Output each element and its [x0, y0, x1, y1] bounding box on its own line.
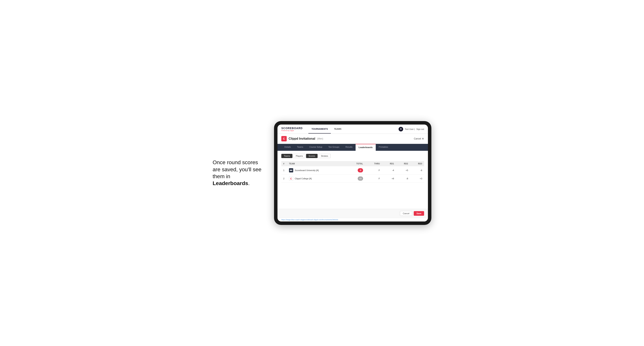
tablet-screen: SCOREBOARD Powered by clippd TOURNAMENTS… [278, 125, 428, 221]
subtab-players[interactable]: Players [293, 154, 305, 158]
modal-footer: Cancel Save [278, 209, 428, 218]
close-icon: ✕ [422, 137, 424, 140]
col-rd1: RD1 [382, 161, 396, 166]
team-cell: C Clippd College [A] [287, 174, 346, 183]
empty-space [278, 186, 428, 209]
tournament-name: Clippd Invitational [288, 137, 315, 141]
tab-leaderboards[interactable]: Leaderboards [356, 144, 376, 151]
rd2-cell: +5 [396, 166, 410, 174]
description-text: Once round scores are saved, you'll see … [212, 160, 261, 186]
rd1-cell: +8 [382, 174, 396, 183]
nav-tournaments[interactable]: TOURNAMENTS [308, 125, 331, 134]
logo-text: SCOREBOARD [281, 127, 302, 130]
tab-printables[interactable]: Printables [376, 144, 391, 151]
table-row: 2 C Clippd College [A] +3 F [281, 174, 424, 183]
logo-sub: Powered by clippd [281, 130, 302, 131]
rd3-cell: +3 [410, 174, 424, 183]
rd1-cell: -4 [382, 166, 396, 174]
nav-links: TOURNAMENTS TEAMS [308, 125, 344, 134]
logo-area: SCOREBOARD Powered by clippd [281, 127, 302, 131]
content-area: Teams Players Scores Strokes # TEAM TOTA… [278, 151, 428, 186]
rank-cell: 2 [281, 174, 287, 183]
tab-details[interactable]: Details [281, 144, 294, 151]
tournament-gender: (Men) [317, 137, 323, 140]
tournament-header: C Clippd Invitational (Men) Cancel ✕ [278, 134, 428, 144]
total-cell: -5 [346, 166, 365, 174]
rd3-cell: -6 [410, 166, 424, 174]
nav-teams[interactable]: TEAMS [331, 125, 344, 134]
total-cell: +3 [346, 174, 365, 183]
rank-cell: 1 [281, 166, 287, 174]
tab-results[interactable]: Results [342, 144, 356, 151]
url-bar: https://stage-blue-coach.stagescoreboard… [278, 218, 428, 221]
subtab-scores[interactable]: Scores [306, 154, 318, 158]
sign-out-link[interactable]: Sign out [416, 128, 424, 130]
table-header-row: # TEAM TOTAL THRU RD1 RD2 RD3 [281, 161, 424, 166]
tablet-device: SCOREBOARD Powered by clippd TOURNAMENTS… [274, 121, 432, 225]
leaderboard-table: # TEAM TOTAL THRU RD1 RD2 RD3 1 [281, 161, 424, 183]
svg-rect-1 [291, 170, 292, 171]
sub-tabs: Teams Players Scores Strokes [281, 154, 424, 158]
score-badge: -5 [358, 168, 363, 173]
col-thru: THRU [365, 161, 382, 166]
footer-cancel-button[interactable]: Cancel [400, 211, 412, 216]
team-logo: C [289, 176, 293, 181]
svg-rect-0 [290, 170, 291, 171]
thru-cell: F [365, 174, 382, 183]
team-cell: Scoreboard University [A] [287, 166, 346, 174]
main-tabs: Details Teams Course Setup Tee Groups Re… [278, 144, 428, 151]
thru-cell: F [365, 166, 382, 174]
rd2-cell: -8 [396, 174, 410, 183]
team-name: Clippd College [A] [295, 177, 312, 180]
footer-save-button[interactable]: Save [414, 211, 424, 216]
cancel-tournament-button[interactable]: Cancel ✕ [414, 137, 424, 140]
team-logo [289, 168, 293, 173]
tab-course-setup[interactable]: Course Setup [306, 144, 325, 151]
tournament-logo: C [281, 136, 287, 141]
description-bold: Leaderboards [212, 180, 248, 186]
top-nav: SCOREBOARD Powered by clippd TOURNAMENTS… [278, 125, 428, 134]
tab-teams[interactable]: Teams [294, 144, 306, 151]
tournament-title-row: C Clippd Invitational (Men) [281, 136, 323, 141]
user-name: Test User | [405, 128, 415, 130]
col-rd2: RD2 [396, 161, 410, 166]
url-text: https://stage-blue-coach.stagescoreboard… [281, 219, 338, 221]
col-team: TEAM [287, 161, 346, 166]
team-name: Scoreboard University [A] [295, 169, 319, 172]
subtab-teams[interactable]: Teams [281, 154, 292, 158]
col-rd3: RD3 [410, 161, 424, 166]
nav-right: B Test User | Sign out [398, 127, 424, 131]
tab-tee-groups[interactable]: Tee Groups [325, 144, 342, 151]
subtab-strokes[interactable]: Strokes [318, 154, 330, 158]
table-row: 1 Scoreboard University [A] [281, 166, 424, 174]
left-description: Once round scores are saved, you'll see … [212, 159, 262, 187]
col-total: TOTAL [346, 161, 365, 166]
svg-rect-2 [292, 170, 292, 171]
score-badge: +3 [358, 176, 363, 181]
user-avatar: B [398, 127, 403, 131]
col-rank: # [281, 161, 287, 166]
